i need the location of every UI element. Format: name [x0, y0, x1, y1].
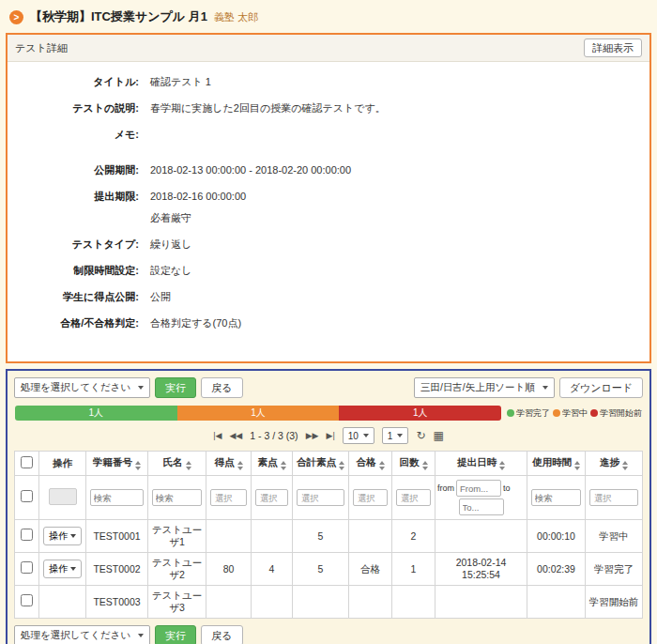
cell-student-id: TEST0003 — [86, 586, 148, 619]
page-number-select[interactable]: 1 — [382, 427, 409, 444]
to-label: to — [503, 483, 511, 495]
field-label: テストの説明: — [19, 101, 139, 115]
cell-score — [206, 586, 252, 619]
duration-filter-input[interactable] — [531, 489, 582, 506]
chevron-down-icon — [397, 434, 403, 437]
toolbar-right: 三田/日吉/矢上用ソート順 ダウンロード — [414, 377, 643, 398]
name-filter-input[interactable] — [152, 489, 203, 506]
progress-bar: 1人 1人 1人 — [15, 406, 501, 421]
download-button[interactable]: ダウンロード — [559, 377, 643, 398]
table-row: TEST0003 テストユーザ3 学習開始前 — [15, 586, 643, 619]
field-description: テストの説明: 春学期に実施した2回目の授業の確認テストです。 — [19, 101, 638, 115]
bottom-action-select[interactable]: 処理を選択してください — [14, 625, 150, 644]
test-detail-panel: テスト詳細 詳細表示 タイトル: 確認テスト 1 テストの説明: 春学期に実施し… — [6, 33, 651, 363]
field-pass-judgement: 合格/不合格判定: 合格判定する(70点) — [19, 316, 638, 330]
refresh-icon[interactable]: ↻ — [416, 430, 425, 441]
page-size-select[interactable]: 10 — [343, 427, 374, 444]
submitted-from-input[interactable] — [456, 480, 501, 497]
chevron-down-icon — [70, 534, 76, 538]
column-header-score[interactable]: 得点 — [206, 452, 252, 476]
field-title: タイトル: 確認テスト 1 — [19, 75, 638, 89]
progress-filter-select[interactable]: 選択 — [589, 489, 638, 506]
next-page-button[interactable]: ▶▶ — [306, 431, 319, 440]
field-value: 2018-02-16 00:00:00 必着厳守 — [150, 190, 246, 225]
cell-duration: 00:00:10 — [527, 520, 586, 553]
field-value: 繰り返し — [150, 238, 192, 252]
column-header-raw-score[interactable]: 素点 — [252, 452, 293, 476]
run-button[interactable]: 実行 — [155, 377, 196, 398]
page-title: 【秋学期】ITC授業サンプル 月1 — [30, 8, 207, 25]
student-id-filter-input[interactable] — [90, 489, 144, 506]
column-header-submitted[interactable]: 提出日時 — [435, 452, 527, 476]
column-header-duration[interactable]: 使用時間 — [527, 452, 586, 476]
legend-complete: 学習完了 — [507, 407, 550, 420]
field-label: 学生に得点公開: — [19, 290, 139, 304]
sort-icon — [281, 461, 286, 470]
last-page-button[interactable]: ▶| — [326, 431, 334, 440]
submitted-to-input[interactable] — [459, 498, 504, 515]
bottom-run-button[interactable]: 実行 — [155, 625, 196, 644]
field-value: 合格判定する(70点) — [150, 316, 241, 330]
column-header-attempts[interactable]: 回数 — [392, 452, 435, 476]
cell-pass — [349, 520, 392, 553]
pass-filter-select[interactable]: 選択 — [353, 489, 388, 506]
cell-progress: 学習中 — [586, 520, 643, 553]
page-info: 1 - 3 / 3 (3) — [250, 430, 298, 441]
column-header-name[interactable]: 氏名 — [148, 452, 206, 476]
results-panel: 処理を選択してください 実行 戻る 三田/日吉/矢上用ソート順 ダウンロード 1… — [6, 369, 651, 644]
grid-icon[interactable]: ▦ — [433, 430, 443, 441]
attempts-filter-select[interactable]: 選択 — [396, 489, 431, 506]
sort-order-select[interactable]: 三田/日吉/矢上用ソート順 — [414, 377, 555, 398]
chevron-down-icon — [138, 634, 144, 637]
results-table: 操作 学籍番号 氏名 得点 素点 合計素点 合格 回数 提出日時 使用時間 進捗… — [14, 451, 643, 619]
field-label: 提出期限: — [19, 190, 139, 225]
sort-icon — [379, 461, 385, 470]
detail-view-button[interactable]: 詳細表示 — [584, 38, 642, 57]
total-raw-filter-select[interactable]: 選択 — [297, 489, 344, 506]
table-row: 操作 TEST0002 テストユーザ2 80 4 5 合格 1 2018-02-… — [15, 553, 643, 586]
raw-score-filter-select[interactable]: 選択 — [255, 489, 288, 506]
row-action-button[interactable]: 操作 — [43, 560, 82, 578]
column-header-pass[interactable]: 合格 — [349, 452, 392, 476]
progress-segment-not-started: 1人 — [339, 406, 501, 421]
chevron-down-icon — [138, 386, 144, 390]
cell-attempts: 2 — [392, 520, 435, 553]
sort-icon — [622, 461, 628, 470]
column-header-student-id[interactable]: 学籍番号 — [86, 452, 148, 476]
cell-student-id: TEST0002 — [86, 553, 148, 586]
cell-score — [206, 520, 252, 553]
user-name-link[interactable]: 義塾 太郎 — [214, 10, 258, 24]
sort-icon — [574, 461, 580, 470]
field-open-period: 公開期間: 2018-02-13 00:00:00 - 2018-02-20 0… — [19, 163, 638, 177]
cell-raw-score — [252, 520, 293, 553]
row-checkbox[interactable] — [21, 561, 33, 574]
action-select[interactable]: 処理を選択してください — [14, 377, 150, 398]
select-all-checkbox[interactable] — [21, 456, 33, 468]
column-header-progress[interactable]: 進捗 — [586, 452, 643, 476]
chevron-down-icon — [363, 434, 369, 437]
field-label: 制限時間設定: — [19, 264, 139, 278]
table-row: 操作 TEST0001 テストユーザ1 5 2 00:00:10 学習中 — [15, 520, 643, 553]
from-label: from — [437, 483, 454, 495]
field-label: 公開期間: — [19, 163, 139, 177]
cell-name: テストユーザ3 — [148, 586, 206, 619]
field-deadline: 提出期限: 2018-02-16 00:00:00 必着厳守 — [19, 190, 638, 225]
back-button[interactable]: 戻る — [201, 377, 242, 398]
bottom-back-button[interactable]: 戻る — [201, 625, 242, 644]
filter-row-checkbox[interactable] — [21, 490, 33, 502]
row-checkbox[interactable] — [21, 594, 33, 606]
sort-icon — [422, 461, 428, 470]
column-header-total-raw[interactable]: 合計素点 — [293, 452, 349, 476]
row-action-button[interactable]: 操作 — [43, 527, 82, 545]
score-filter-select[interactable]: 選択 — [210, 489, 247, 506]
field-value-note: 必着厳守 — [150, 211, 246, 225]
bottom-toolbar: 処理を選択してください 実行 戻る — [14, 625, 643, 644]
chevron-down-icon — [542, 386, 548, 390]
prev-page-button[interactable]: ◀◀ — [229, 431, 242, 440]
cell-total-raw — [293, 586, 349, 619]
first-page-button[interactable]: |◀ — [213, 431, 222, 440]
row-checkbox[interactable] — [21, 529, 33, 541]
field-score-publish: 学生に得点公開: 公開 — [19, 290, 638, 304]
legend-in-progress: 学習中 — [553, 407, 588, 420]
pagination: |◀ ◀◀ 1 - 3 / 3 (3) ▶▶ ▶| 10 1 ↻ ▦ — [14, 427, 643, 444]
